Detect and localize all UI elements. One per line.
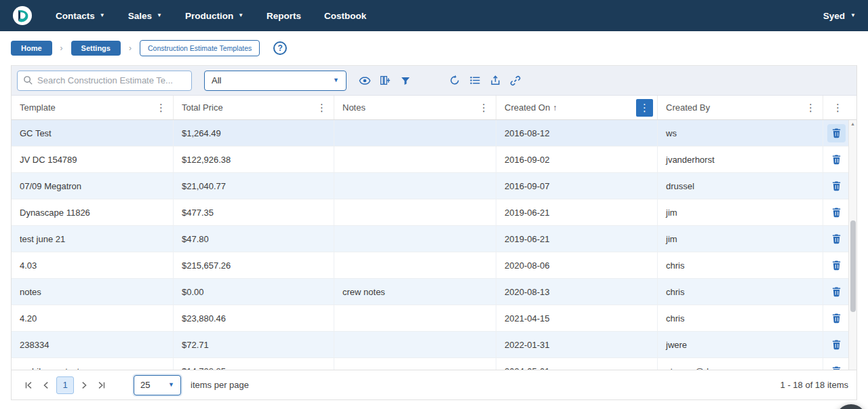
delete-button[interactable] (827, 151, 846, 169)
search-input[interactable] (37, 75, 186, 85)
table-row[interactable]: 4.20 $23,880.46 2021-04-15 chris (12, 305, 856, 332)
table-row[interactable]: 4.03 $215,657.26 2020-08-06 chris (12, 252, 856, 279)
cell-total-price: $47.80 (174, 226, 334, 252)
nav-item-label: Sales (128, 11, 152, 21)
items-per-page-label: items per page (191, 380, 249, 390)
page-number-button[interactable]: 1 (56, 376, 74, 394)
breadcrumb-settings-button[interactable]: Settings (71, 41, 121, 56)
cell-template: mobile app test (12, 358, 174, 370)
nav-item-reports[interactable]: Reports (267, 11, 301, 21)
delete-button[interactable] (827, 336, 846, 354)
cell-created-on: 2016-09-07 (496, 173, 658, 199)
table-row[interactable]: mobile app test $14,728.85 2024-05-01 ct… (12, 358, 856, 370)
column-label: Total Price (182, 102, 314, 113)
delete-button[interactable] (827, 362, 846, 370)
search-box[interactable] (17, 71, 192, 91)
caret-down-icon: ▼ (333, 77, 339, 83)
trash-icon (831, 260, 842, 271)
previous-page-icon (41, 381, 51, 390)
help-icon[interactable]: ? (273, 41, 287, 55)
caret-down-icon: ▼ (168, 382, 174, 388)
column-header-created-on[interactable]: Created On ↑ ⋮ (496, 96, 658, 119)
column-header-template[interactable]: Template ⋮ (12, 96, 174, 119)
refresh-icon (449, 75, 460, 86)
last-page-icon (97, 381, 106, 390)
table-row[interactable]: JV DC 154789 $122,926.38 2016-09-02 jvan… (12, 147, 856, 173)
cell-notes (334, 252, 496, 278)
cell-created-on: 2021-04-15 (496, 305, 658, 331)
table-row[interactable]: GC Test $1,264.49 2016-08-12 ws (12, 120, 856, 147)
cell-notes (334, 120, 496, 146)
refresh-button[interactable] (444, 71, 465, 91)
delete-button[interactable] (827, 124, 846, 142)
delete-button[interactable] (827, 203, 846, 222)
cell-created-by: chris (658, 279, 823, 305)
delete-button[interactable] (827, 283, 846, 301)
delete-button[interactable] (827, 177, 846, 195)
column-menu-icon[interactable]: ⋮ (636, 99, 653, 117)
delete-button[interactable] (827, 309, 846, 328)
export-button[interactable] (485, 71, 505, 91)
delete-button[interactable] (827, 230, 846, 248)
table-row[interactable]: 07/09 Megatron $21,040.77 2016-09-07 dru… (12, 173, 856, 199)
filter-dropdown-value: All (212, 75, 333, 85)
previous-page-button[interactable] (37, 376, 55, 394)
table-row[interactable]: Dynascape 11826 $477.35 2019-06-21 jim (12, 199, 856, 226)
cell-notes (334, 305, 496, 331)
column-header-notes[interactable]: Notes ⋮ (334, 96, 496, 119)
cell-total-price: $1,264.49 (174, 120, 334, 146)
breadcrumb-current-page: Construction Estimate Templates (140, 40, 260, 56)
column-menu-icon[interactable]: ⋮ (314, 102, 330, 114)
filter-button[interactable] (395, 71, 416, 91)
nav-item-label: Contacts (56, 11, 95, 21)
column-label: Template (20, 102, 153, 113)
filter-dropdown[interactable]: All ▼ (204, 71, 347, 91)
cell-created-on: 2020-08-06 (496, 252, 658, 278)
user-name: Syed (823, 11, 845, 21)
table-row[interactable]: notes $0.00 crew notes 2020-08-13 chris (12, 279, 856, 305)
table-row[interactable]: 238334 $72.71 2022-01-31 jwere (12, 332, 856, 358)
link-button[interactable] (505, 71, 526, 91)
next-page-button[interactable] (75, 376, 93, 394)
cell-template: 07/09 Megatron (12, 173, 174, 199)
scrollbar-thumb[interactable] (850, 220, 856, 312)
user-menu[interactable]: Syed ▼ (823, 11, 856, 21)
table-row[interactable]: test june 21 $47.80 2019-06-21 jim (12, 226, 856, 252)
table-body-wrapper: GC Test $1,264.49 2016-08-12 ws JV DC 15… (12, 120, 856, 370)
vertical-scrollbar[interactable]: ▲ (848, 120, 856, 370)
column-header-total-price[interactable]: Total Price ⋮ (174, 96, 334, 119)
nav-item-costbook[interactable]: Costbook (324, 11, 366, 21)
scroll-up-icon[interactable]: ▲ (849, 121, 856, 126)
app-logo-icon[interactable] (12, 5, 33, 26)
nav-item-contacts[interactable]: Contacts ▼ (56, 11, 105, 21)
delete-button[interactable] (827, 256, 846, 275)
cell-created-by: ws (658, 120, 823, 146)
sort-ascending-icon: ↑ (553, 103, 557, 113)
list-view-button[interactable] (465, 71, 485, 91)
cell-created-on: 2016-09-02 (496, 147, 658, 172)
nav-item-sales[interactable]: Sales ▼ (128, 11, 162, 21)
nav-item-production[interactable]: Production ▼ (185, 11, 243, 21)
column-menu-icon[interactable]: ⋮ (830, 102, 846, 114)
column-chooser-button[interactable] (375, 71, 395, 91)
first-page-button[interactable] (20, 376, 37, 394)
trash-icon (831, 154, 842, 165)
toggle-visibility-button[interactable] (355, 71, 375, 91)
column-label: Created By (666, 102, 803, 113)
help-fab-button[interactable]: ? (835, 404, 867, 409)
eye-icon (359, 75, 371, 87)
cell-total-price: $21,040.77 (174, 173, 334, 199)
cell-created-on: 2016-08-12 (496, 120, 658, 146)
page-size-dropdown[interactable]: 25 ▼ (134, 375, 181, 395)
column-menu-icon[interactable]: ⋮ (153, 102, 169, 114)
column-header-created-by[interactable]: Created By ⋮ (658, 96, 823, 119)
last-page-button[interactable] (93, 376, 111, 394)
column-header-actions[interactable]: ⋮ (823, 96, 856, 119)
columns-icon (380, 75, 391, 86)
nav-item-label: Reports (267, 11, 301, 21)
cell-notes (334, 173, 496, 199)
column-menu-icon[interactable]: ⋮ (476, 102, 492, 114)
breadcrumb-home-button[interactable]: Home (11, 41, 52, 56)
column-menu-icon[interactable]: ⋮ (803, 102, 818, 114)
link-icon (509, 75, 521, 87)
